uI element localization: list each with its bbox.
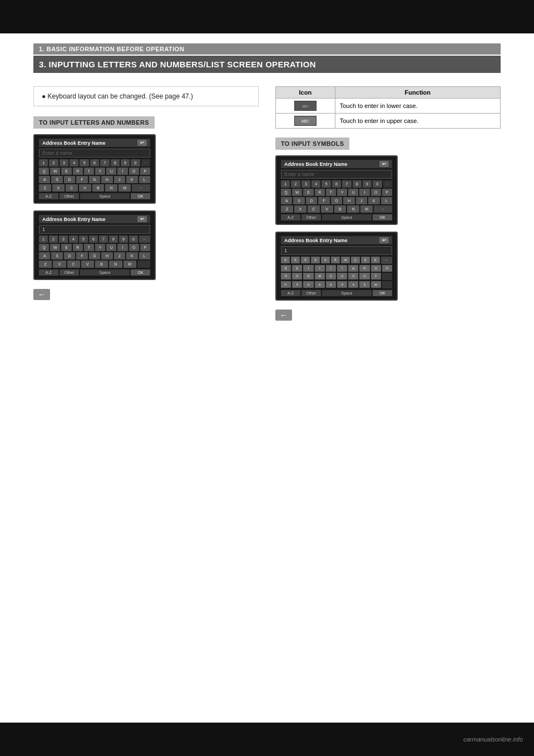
rkey-t[interactable]: T	[326, 189, 336, 196]
key-v[interactable]: V	[79, 184, 91, 192]
rkey-g[interactable]: G	[331, 197, 342, 204]
key-dots[interactable]: ···	[141, 159, 150, 166]
key-f[interactable]: F	[76, 176, 87, 183]
rkey-u[interactable]: U	[348, 189, 358, 196]
rbtn-other-1[interactable]: Other	[301, 214, 321, 220]
key-z2[interactable]: Z	[39, 261, 52, 268]
key-f2[interactable]: F	[76, 252, 87, 259]
left-screen-2-input[interactable]: 1	[39, 225, 150, 234]
rkey-x[interactable]: X	[294, 205, 306, 213]
sym-O-acute[interactable]: Ó	[382, 265, 392, 272]
sym-E-uml[interactable]: Ë	[292, 265, 302, 272]
rkey-7[interactable]: 7	[342, 180, 351, 188]
sym-a-ring[interactable]: å	[359, 281, 369, 288]
rbtn-other-2[interactable]: Other	[301, 290, 321, 296]
key-e[interactable]: E	[61, 168, 71, 175]
rkey-j[interactable]: J	[356, 197, 367, 204]
key-t2[interactable]: T	[84, 244, 94, 251]
left-screen-1-input[interactable]: Enter a name	[39, 149, 150, 158]
rkey-c[interactable]: C	[308, 205, 320, 213]
btn-ok-2[interactable]: OK	[131, 269, 150, 276]
key-y2[interactable]: Y	[95, 244, 105, 251]
right-screen-1-back[interactable]: ↩	[379, 161, 389, 167]
key-l2[interactable]: L	[139, 252, 150, 259]
sym-E-circ[interactable]: Ê	[281, 265, 291, 272]
rkey-2[interactable]: 2	[291, 180, 300, 188]
key-6[interactable]: 6	[90, 159, 99, 166]
key-i2[interactable]: I	[117, 244, 127, 251]
rbtn-space-2[interactable]: Space	[322, 290, 372, 296]
rkey-5[interactable]: 5	[322, 180, 330, 188]
rkey-o[interactable]: O	[371, 189, 381, 196]
sym-A-ring[interactable]: Å	[331, 257, 340, 263]
rkey-q[interactable]: Q	[281, 189, 291, 196]
key-4[interactable]: 4	[70, 159, 78, 166]
key-0b[interactable]: 0	[129, 235, 138, 243]
key-u2[interactable]: U	[106, 244, 116, 251]
rkey-9[interactable]: 9	[363, 180, 372, 188]
rkey-6[interactable]: 6	[332, 180, 341, 188]
key-y[interactable]: Y	[95, 168, 105, 175]
key-j[interactable]: J	[114, 176, 125, 183]
key-x2[interactable]: X	[53, 261, 66, 268]
sym-a-grave[interactable]: à	[303, 281, 313, 288]
rkey-4[interactable]: 4	[312, 180, 320, 188]
right-screen-2-back[interactable]: ↩	[379, 237, 389, 243]
btn-az-2[interactable]: A-Z	[39, 269, 58, 276]
sym-A-uml[interactable]: Ä	[321, 257, 330, 263]
sym-AE[interactable]: Æ	[341, 257, 350, 263]
rkey-w[interactable]: W	[292, 189, 302, 196]
rkey-e[interactable]: E	[303, 189, 313, 196]
rkey-h[interactable]: H	[343, 197, 354, 204]
key-o2[interactable]: O	[129, 244, 139, 251]
rkey-b[interactable]: B	[334, 205, 347, 213]
key-b2[interactable]: B	[95, 261, 108, 268]
key-p[interactable]: P	[140, 168, 150, 175]
key-0[interactable]: 0	[131, 159, 140, 166]
key-g[interactable]: G	[89, 176, 100, 183]
sym-ETH[interactable]: Ð	[348, 265, 358, 272]
key-a2[interactable]: A	[39, 252, 50, 259]
key-m[interactable]: M	[118, 184, 131, 192]
sym-O-circ[interactable]: Ô	[281, 273, 291, 279]
rkey-y[interactable]: Y	[337, 189, 347, 196]
rkey-3[interactable]: 3	[301, 180, 310, 188]
key-l[interactable]: L	[139, 176, 150, 183]
key-g2[interactable]: G	[89, 252, 100, 259]
sym-a-uml[interactable]: ä	[348, 281, 358, 288]
rkey-v[interactable]: V	[321, 205, 333, 213]
key-a[interactable]: A	[39, 176, 50, 183]
key-d2[interactable]: D	[64, 252, 75, 259]
btn-ok-1[interactable]: OK	[131, 193, 150, 199]
left-screen-2-back[interactable]: ↩	[137, 216, 147, 222]
sym-N-tilde[interactable]: Ñ	[359, 265, 369, 272]
btn-space-1[interactable]: Space	[80, 193, 130, 199]
key-b[interactable]: B	[92, 184, 105, 192]
key-o[interactable]: O	[129, 168, 139, 175]
key-m2[interactable]: M	[123, 261, 136, 268]
key-s2[interactable]: S	[51, 252, 62, 259]
key-p2[interactable]: P	[140, 244, 150, 251]
key-q[interactable]: Q	[39, 168, 49, 175]
key-6b[interactable]: 6	[89, 235, 98, 243]
left-screen-1-back[interactable]: ↩	[137, 140, 147, 146]
key-back-2[interactable]: ←	[139, 235, 150, 243]
rkey-i[interactable]: I	[359, 189, 369, 196]
key-j2[interactable]: J	[114, 252, 125, 259]
sym-A-acute[interactable]: Á	[291, 257, 300, 263]
sym-U-acute[interactable]: Ú	[337, 273, 347, 279]
right-screen-2-input[interactable]: 1	[281, 246, 392, 255]
key-7b[interactable]: 7	[99, 235, 108, 243]
rbtn-space-1[interactable]: Space	[322, 214, 372, 220]
sym-I-grave[interactable]: Ì	[303, 265, 313, 272]
sym-A-grave[interactable]: À	[281, 257, 290, 263]
btn-space-2[interactable]: Space	[80, 269, 130, 276]
rkey-n[interactable]: N	[347, 205, 359, 213]
key-r2[interactable]: R	[73, 244, 83, 251]
left-back-arrow[interactable]: ←	[33, 289, 50, 300]
rkey-r[interactable]: R	[315, 189, 325, 196]
rkey-1[interactable]: 1	[281, 180, 290, 188]
key-w2[interactable]: W	[50, 244, 60, 251]
sym-U-uml[interactable]: Ü	[359, 273, 369, 279]
key-h2[interactable]: H	[101, 252, 112, 259]
